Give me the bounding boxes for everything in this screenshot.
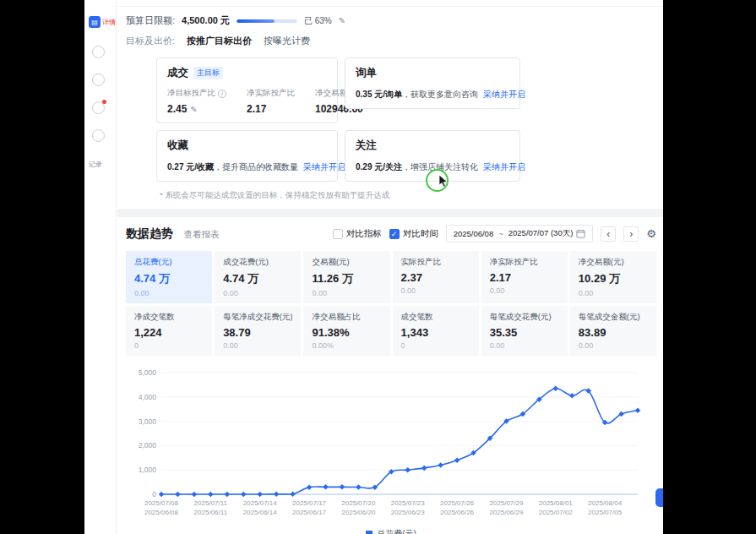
- metric-card[interactable]: 每笔净成交花费(元)38.790.00: [215, 306, 301, 356]
- checkbox-checked-icon: ✓: [389, 229, 400, 239]
- svg-text:2025/07/11: 2025/07/11: [194, 499, 228, 507]
- svg-text:2025/07/29: 2025/07/29: [489, 499, 524, 507]
- metric-value: 2.17: [490, 271, 559, 284]
- card-title-follow: 关注: [356, 139, 377, 153]
- inquiry-desc: ，获取更多意向咨询: [402, 90, 478, 99]
- sidebar-icon-tools[interactable]: [92, 129, 105, 142]
- tab-bid-by-goal[interactable]: 按推广目标出价: [187, 35, 252, 47]
- metric-label: 净实际投产比: [490, 257, 559, 268]
- svg-text:2025/06/11: 2025/06/11: [194, 509, 228, 516]
- sidebar-icon-report[interactable]: [92, 46, 105, 58]
- metric-compare-value: 0.00: [579, 341, 648, 350]
- favorite-desc: ，提升商品的收藏数量: [214, 162, 298, 172]
- svg-text:2025/08/04: 2025/08/04: [588, 499, 623, 507]
- metric-compare-value: 0.00: [134, 289, 204, 297]
- svg-text:2025/06/20: 2025/06/20: [341, 509, 376, 516]
- metric-compare-value: 0: [134, 341, 204, 350]
- budget-spent-label: 已 63%: [304, 15, 332, 27]
- svg-text:2025/06/08: 2025/06/08: [144, 509, 179, 516]
- svg-text:2025/06/29: 2025/06/29: [489, 509, 524, 516]
- metric-grid: 总花费(元)4.74 万0.00成交花费(元)4.74 万0.00交易额(元)1…: [126, 251, 656, 356]
- metric-card[interactable]: 净交易额(元)10.29 万0.00: [570, 251, 656, 303]
- budget-progress-fill: [237, 19, 275, 23]
- metric-card[interactable]: 交易额(元)11.26 万0.00: [303, 251, 389, 303]
- edit-roi-icon[interactable]: ✎: [190, 105, 197, 114]
- sidebar-icon-diagnosis[interactable]: [92, 101, 105, 114]
- metric-value: 2.37: [401, 271, 470, 284]
- metric-card[interactable]: 净实际投产比2.170.00: [481, 251, 568, 303]
- tab-bid-by-impression[interactable]: 按曝光计费: [264, 35, 310, 47]
- compare-time-checkbox[interactable]: ✓对比时间: [389, 228, 438, 240]
- adopt-inquiry-link[interactable]: 采纳并开启: [483, 90, 525, 99]
- sidebar-item-detail[interactable]: ▤ 详情: [89, 16, 116, 28]
- metric-card[interactable]: 净交易额占比91.38%0.00%: [303, 306, 389, 356]
- date-end: 2025/07/07 (30天): [509, 228, 574, 239]
- metric-compare-value: 0.00%: [312, 341, 381, 350]
- metric-value: 1,343: [401, 326, 470, 339]
- goal-card-favorite: 收藏 0.27 元/收藏，提升商品的收藏数量采纳并开启: [156, 130, 338, 182]
- mouse-cursor-icon: [438, 175, 449, 188]
- prev-period-button[interactable]: ‹: [601, 226, 616, 242]
- settings-gear-icon[interactable]: ⚙: [646, 227, 656, 240]
- metric-card[interactable]: 每笔成交金额(元)83.890.00: [570, 306, 656, 356]
- adopt-follow-link[interactable]: 采纳并开启: [483, 162, 525, 172]
- metric-card[interactable]: 成交花费(元)4.74 万0.00: [215, 251, 301, 303]
- side-drawer-handle[interactable]: [655, 488, 663, 507]
- sidebar-item-records-label[interactable]: 记录: [89, 160, 102, 169]
- metric-value: 83.89: [579, 326, 648, 339]
- trend-header: 数据趋势 查看报表 对比指标 ✓对比时间 2025/06/08 ~ 2025/0…: [126, 225, 656, 242]
- date-range-picker[interactable]: 2025/06/08 ~ 2025/07/07 (30天): [446, 225, 594, 242]
- metric-value: 4.74 万: [134, 271, 204, 286]
- metric-compare-value: 0.00: [401, 286, 470, 295]
- metric-card[interactable]: 净成交笔数1,2240: [126, 306, 212, 356]
- metric-target-roi-value: 2.45: [167, 103, 187, 115]
- top-divider: [117, 0, 663, 7]
- metric-actual-roi-value: 2.17: [247, 103, 266, 115]
- metric-label: 成交花费(元): [223, 257, 292, 268]
- svg-text:2025/06/14: 2025/06/14: [243, 509, 278, 516]
- metric-card[interactable]: 成交笔数1,3430: [393, 306, 479, 356]
- svg-text:2025/07/26: 2025/07/26: [440, 499, 475, 507]
- chart-legend: 总花费(元): [126, 528, 656, 534]
- svg-text:4,000: 4,000: [139, 393, 157, 401]
- next-period-button[interactable]: ›: [623, 226, 639, 242]
- svg-text:2025/07/14: 2025/07/14: [243, 499, 278, 507]
- metric-label: 每笔净成交花费(元): [223, 312, 292, 323]
- svg-text:2025/06/26: 2025/06/26: [440, 509, 475, 516]
- metric-label: 每笔成交金额(元): [579, 312, 648, 323]
- follow-price: 0.29 元/关注: [356, 162, 402, 172]
- metric-value: 4.74 万: [223, 271, 292, 286]
- budget-value: 4,500.00 元: [182, 14, 230, 27]
- metric-label: 每笔成交花费(元): [490, 312, 559, 323]
- compare-metric-checkbox[interactable]: 对比指标: [333, 228, 382, 240]
- metric-compare-value: 0.00: [223, 341, 292, 350]
- metric-card[interactable]: 总花费(元)4.74 万0.00: [126, 251, 212, 303]
- goals-row: 目标及出价: 按推广目标出价 按曝光计费: [126, 35, 651, 47]
- adopt-favorite-link[interactable]: 采纳并开启: [303, 162, 345, 172]
- metric-label: 净交易额(元): [579, 257, 648, 268]
- metric-value: 11.26 万: [312, 271, 381, 286]
- svg-text:2025/07/17: 2025/07/17: [292, 499, 327, 507]
- app-window: ▤ 详情 记录 预算日限额: 4,500.00 元 已 63% ✎ 目标及出价:…: [84, 0, 663, 534]
- svg-text:2025/07/05: 2025/07/05: [588, 509, 623, 516]
- section-separator: [117, 209, 663, 217]
- view-report-link[interactable]: 查看报表: [183, 229, 219, 239]
- goal-card-inquiry: 询单 0.35 元/询单，获取更多意向咨询采纳并开启: [345, 57, 520, 109]
- edit-budget-icon[interactable]: ✎: [339, 16, 345, 25]
- svg-text:2025/07/08: 2025/07/08: [144, 499, 179, 507]
- metric-card[interactable]: 实际投产比2.370.00: [393, 251, 479, 303]
- trend-chart: 01,0002,0003,0004,0005,0002025/07/082025…: [126, 366, 656, 526]
- sidebar-icon-creative[interactable]: [92, 74, 105, 86]
- metric-card[interactable]: 每笔成交花费(元)35.350.00: [481, 306, 568, 356]
- favorite-price: 0.27 元/收藏: [167, 162, 214, 172]
- metric-value: 10.29 万: [579, 271, 648, 286]
- red-dot-badge: [102, 100, 106, 104]
- metric-value: 1,224: [134, 326, 204, 339]
- metric-compare-value: 0.00: [223, 289, 292, 297]
- metric-compare-value: 0.00: [490, 341, 559, 350]
- info-icon[interactable]: i: [218, 90, 226, 98]
- metric-target-roi-label: 净目标投产比: [167, 88, 215, 99]
- main-content: 预算日限额: 4,500.00 元 已 63% ✎ 目标及出价: 按推广目标出价…: [117, 0, 663, 534]
- svg-text:3,000: 3,000: [139, 417, 157, 426]
- budget-label: 预算日限额:: [126, 14, 175, 27]
